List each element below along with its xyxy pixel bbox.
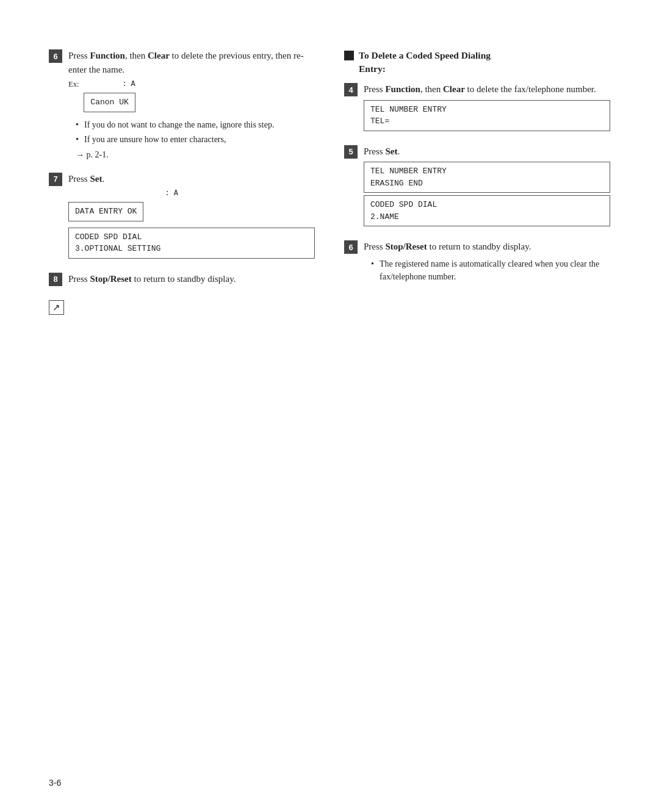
right-step-5-lcd1-line1: TEL NUMBER ENTRY <box>370 167 447 176</box>
right-step-5-content: Press Set. TEL NUMBER ENTRY ERASING END … <box>364 145 610 229</box>
step-6-bullets: If you do not want to change the name, i… <box>76 118 315 146</box>
right-step-5-text-before: Press <box>364 146 385 156</box>
step-8-bold1: Stop/Reset <box>90 274 131 284</box>
right-step-4-lcd-line2: TEL= <box>370 117 389 126</box>
step-8-content: Press Stop/Reset to return to standby di… <box>68 272 315 290</box>
step-6-text-before: Press <box>68 51 90 60</box>
step-6-bullet-1: If you do not want to change the name, i… <box>76 118 315 131</box>
step-6-number: 6 <box>49 49 62 63</box>
right-step-6-bullets: The registered name is automatically cle… <box>371 257 610 283</box>
step-7-lcd2: CODED SPD DIAL 3.OPTIONAL SETTING <box>68 228 315 259</box>
right-step-5-lcd1-line2: ERASING END <box>370 179 423 188</box>
arrow-icon: ↗ <box>52 303 60 312</box>
right-step-4-block: 4 Press Function, then Clear to delete t… <box>344 82 610 134</box>
right-step-4-text-between: , then <box>420 84 443 94</box>
right-column: To Delete a Coded Speed Dialing Entry: 4… <box>344 49 610 315</box>
page-number: 3-6 <box>49 778 61 788</box>
section-heading: To Delete a Coded Speed Dialing Entry: <box>344 49 610 75</box>
step-6-lcd-wrapper: : A Canon UK <box>84 80 135 116</box>
step-7-text-before: Press <box>68 174 90 184</box>
two-column-layout: 6 Press Function, then Clear to delete t… <box>49 49 610 315</box>
right-step-4-bold1: Function <box>385 84 420 94</box>
right-step-5-number: 5 <box>344 145 358 159</box>
step-7-bold1: Set <box>90 174 102 184</box>
section-heading-line1: To Delete a Coded Speed Dialing <box>359 50 491 60</box>
step-8-number: 8 <box>49 273 62 286</box>
right-step-4-lcd: TEL NUMBER ENTRY TEL= <box>364 100 610 131</box>
right-step-6-content: Press Stop/Reset to return to standby di… <box>364 240 610 286</box>
step-8-block: 8 Press Stop/Reset to return to standby … <box>49 272 315 290</box>
right-step-6-bold1: Stop/Reset <box>385 242 427 251</box>
step-7-lcd1-a: : A <box>68 189 178 198</box>
step-6-block: 6 Press Function, then Clear to delete t… <box>49 49 315 161</box>
step-7-number: 7 <box>49 173 62 186</box>
arrow-icon-block: ↗ <box>49 300 315 315</box>
step-6-lcd-row: Ex: : A Canon UK <box>68 80 315 116</box>
step-6-text: Press Function, then Clear to delete the… <box>68 49 315 76</box>
step-6-bold2: Clear <box>148 51 170 60</box>
right-step-5-bold1: Set <box>385 146 397 156</box>
step-6-content: Press Function, then Clear to delete the… <box>68 49 315 161</box>
right-step-4-text: Press Function, then Clear to delete the… <box>364 82 610 96</box>
step-8-text-before: Press <box>68 274 90 284</box>
step-6-bold1: Function <box>90 51 125 60</box>
step-6-arrow-ref: → p. 2-1. <box>76 148 315 161</box>
step-7-lcd1: DATA ENTRY OK <box>68 202 143 221</box>
left-column: 6 Press Function, then Clear to delete t… <box>49 49 315 315</box>
step-6-ex-label: Ex: <box>68 80 79 89</box>
step-6-text-between: , then <box>125 51 148 60</box>
right-step-6-bullet-1: The registered name is automatically cle… <box>371 257 610 283</box>
section-heading-text: To Delete a Coded Speed Dialing Entry: <box>359 49 491 75</box>
right-step-5-block: 5 Press Set. TEL NUMBER ENTRY ERASING EN… <box>344 145 610 229</box>
right-step-4-content: Press Function, then Clear to delete the… <box>364 82 610 134</box>
step-7-lcd2-line1: CODED SPD DIAL <box>75 232 142 242</box>
section-heading-line2: Entry: <box>359 63 386 74</box>
step-7-lcd2-line2: 3.OPTIONAL SETTING <box>75 244 160 253</box>
right-step-5-text: Press Set. <box>364 145 610 159</box>
step-7-block: 7 Press Set. : A DATA ENTRY OK CODED SPD… <box>49 172 315 261</box>
step-8-text: Press Stop/Reset to return to standby di… <box>68 272 315 286</box>
right-step-4-bold2: Clear <box>443 84 465 94</box>
right-step-4-text-after: to delete the fax/telephone number. <box>465 84 596 94</box>
step-6-lcd: Canon UK <box>84 93 135 112</box>
arrow-icon-box: ↗ <box>49 300 64 315</box>
right-step-5-lcd1: TEL NUMBER ENTRY ERASING END <box>364 162 610 193</box>
right-step-5-lcd2-line1: CODED SPD DIAL <box>370 200 437 209</box>
step-7-lcd1-wrapper: : A DATA ENTRY OK <box>68 189 315 225</box>
right-step-5-text-after: . <box>397 146 400 156</box>
black-square-icon <box>344 51 354 60</box>
right-step-6-number: 6 <box>344 240 358 254</box>
right-step-6-block: 6 Press Stop/Reset to return to standby … <box>344 240 610 286</box>
step-7-text-after: . <box>102 174 104 184</box>
step-7-content: Press Set. : A DATA ENTRY OK CODED SPD D… <box>68 172 315 261</box>
right-step-4-text-before: Press <box>364 84 385 94</box>
right-step-6-text-after: to return to standby display. <box>427 242 531 251</box>
right-step-5-lcd2-line2: 2.NAME <box>370 212 399 221</box>
right-step-6-text-before: Press <box>364 242 385 251</box>
right-step-6-text: Press Stop/Reset to return to standby di… <box>364 240 610 254</box>
right-step-4-lcd-line1: TEL NUMBER ENTRY <box>370 105 447 114</box>
right-step-5-lcd2: CODED SPD DIAL 2.NAME <box>364 195 610 226</box>
step-6-bullet-2: If you are unsure how to enter character… <box>76 133 315 146</box>
step-7-text: Press Set. <box>68 172 315 186</box>
step-8-text-after: to return to standby display. <box>132 274 236 284</box>
page: 6 Press Function, then Clear to delete t… <box>0 0 659 812</box>
right-step-4-number: 4 <box>344 83 358 96</box>
step-6-lcd-a: : A <box>84 80 135 88</box>
